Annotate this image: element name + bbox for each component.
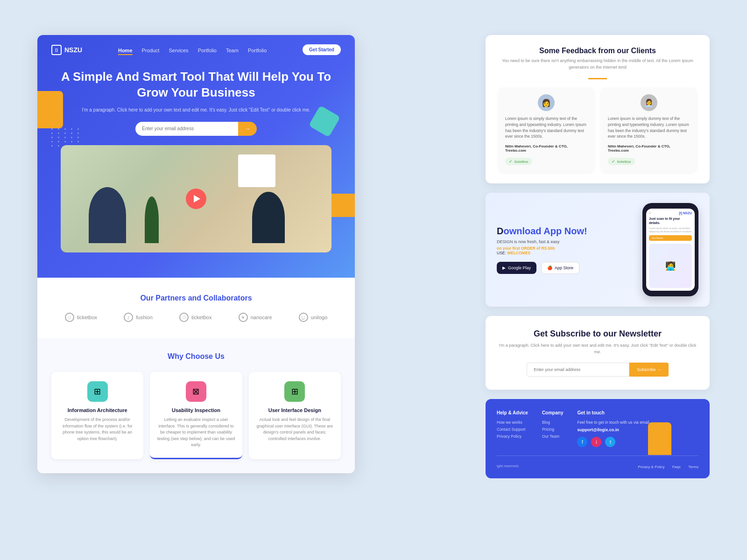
ticketbox-label-1: ticketbox <box>77 315 97 320</box>
phone-headline: Just scan to fit your details. <box>649 217 692 225</box>
footer-link-blog[interactable]: Blog <box>542 420 564 425</box>
feedback-underline <box>588 78 607 79</box>
why-title: Why Choose Us <box>51 352 341 361</box>
faqs-link[interactable]: Faqs <box>672 465 681 469</box>
footer-col-contact: Get in touch Feel free to get in touch w… <box>577 410 649 447</box>
card-desc-1: Development of the process and/or inform… <box>58 417 137 442</box>
footer-link-how[interactable]: How we works <box>497 420 528 425</box>
twitter-icon[interactable]: t <box>605 437 615 447</box>
unilogo-icon: ⋃ <box>299 313 308 322</box>
check-icon-1: ✓ <box>509 159 513 164</box>
nanocare-label: nanocare <box>251 315 272 320</box>
nav-links: Home Product Services Portfolio Team Por… <box>118 46 267 54</box>
nav-item-product[interactable]: Product <box>142 46 160 54</box>
whiteboard <box>238 154 275 187</box>
ticketbox-badge-2: ✓ ticketbox <box>608 158 635 165</box>
video-container <box>61 145 331 252</box>
unilogo-label: unilogo <box>311 315 327 320</box>
left-panel: [] NSZU Home Product Services Portfolio … <box>37 35 355 473</box>
email-submit-button[interactable]: → <box>238 122 257 136</box>
play-button[interactable] <box>186 189 206 209</box>
nav-item-home[interactable]: Home <box>118 46 133 54</box>
download-title-highlight: ownload App Now! <box>503 226 587 236</box>
terms-link[interactable]: Terms <box>688 465 698 469</box>
facebook-icon[interactable]: f <box>577 437 587 447</box>
card-title-2: Usability Inspection <box>156 407 235 413</box>
partner-unilogo: ⋃ unilogo <box>299 313 327 322</box>
person-left <box>89 187 126 243</box>
testimonial-2: 👩‍💼 Lorem ipsum is simply dummy text of … <box>601 88 697 172</box>
hero-section: [] NSZU Home Product Services Portfolio … <box>37 35 355 278</box>
feedback-title: Some Feedback from our Clients <box>499 47 697 55</box>
ticketbox-icon-2: ⬡ <box>179 313 189 322</box>
nav-item-portfolio2[interactable]: Portfolio <box>248 46 267 54</box>
phone-mockup: ||| [I] NSZU Just scan to fit your detai… <box>642 203 698 296</box>
phone-illustration: 🧑‍💻 <box>649 244 692 288</box>
newsletter-input[interactable] <box>527 363 629 377</box>
partner-fushion: ƒ fushion <box>124 313 152 322</box>
nanocare-icon: ❋ <box>239 313 248 322</box>
google-play-button[interactable]: ▶ Google Play <box>497 262 536 274</box>
footer-bottom: ight reserved. Privacy & Policy Faqs Ter… <box>497 455 698 470</box>
phone-cta: Get Details <box>649 235 692 241</box>
card-ui-design: ⊞ User Interface Design Actual look and … <box>249 372 341 459</box>
hero-subtitle: I'm a paragraph. Click here to add your … <box>61 106 331 113</box>
logo-icon: [] <box>51 45 62 55</box>
footer-col-company: Company Blog Pricing Our Team <box>542 410 564 447</box>
testimonial-text-1: Lorem ipsum is simply dummy text of the … <box>505 116 587 140</box>
partner-ticketbox-2: ⬡ ticketbox <box>179 313 211 322</box>
nav-item-team[interactable]: Team <box>226 46 239 54</box>
logo: [] NSZU <box>51 45 82 55</box>
app-store-button[interactable]: 🍎 App Store <box>541 262 579 274</box>
subscribe-button[interactable]: Subscribe → <box>629 363 669 377</box>
feature-cards: ⊞ Information Architecture Development o… <box>51 372 341 459</box>
footer-col-help: Help & Advice How we works Contact Suppo… <box>497 410 528 447</box>
ticketbox-icon-1: ⬡ <box>65 313 74 322</box>
newsletter-section: Get Subscribe to our Newsletter I'm a pa… <box>486 316 710 390</box>
footer: Help & Advice How we works Contact Suppo… <box>486 399 710 478</box>
ticketbox-label-2: ticketbox <box>191 315 211 320</box>
fushion-icon: ƒ <box>124 313 133 322</box>
partners-logos: ⬡ ticketbox ƒ fushion ⬡ ticketbox ❋ nano… <box>51 313 341 322</box>
nav: [] NSZU Home Product Services Portfolio … <box>51 44 341 55</box>
hero-content: A Simple And Smart Tool That Will Help Y… <box>51 69 341 136</box>
partners-title: Our Partners and Collaborators <box>51 294 341 302</box>
card-usability: ⊠ Usability Inspection Letting an evalua… <box>150 372 242 459</box>
testimonial-name-1: Nitin Maheveri, Co-Founder & CTO, Treebo… <box>505 144 587 153</box>
testimonials: 👩 Lorem ipsum is simply dummy text of th… <box>499 88 697 172</box>
testimonial-name-2: Nitin Maheveri, Co-Founder & CTO, Treebo… <box>608 144 690 153</box>
feedback-subtitle: You need to be sure there isn't anything… <box>499 58 697 70</box>
footer-link-team[interactable]: Our Team <box>542 434 564 439</box>
why-section: Why Choose Us ⊞ Information Architecture… <box>37 338 355 473</box>
footer-orange-decoration <box>648 422 671 455</box>
person-right <box>252 192 285 243</box>
phone-text: Lorem ipsum dolor sit amet, consectetur … <box>649 227 692 233</box>
email-input[interactable] <box>135 122 238 136</box>
email-form: → <box>61 122 331 136</box>
nav-item-portfolio[interactable]: Portfolio <box>198 46 217 54</box>
nav-item-services[interactable]: Services <box>169 46 188 54</box>
phone-top-bar: ||| [I] NSZU <box>649 211 692 215</box>
download-section: Download App Now! DESIGN is now fresh, f… <box>486 193 710 307</box>
card-desc-2: Letting an evaluator inspect a user inte… <box>156 417 235 448</box>
testimonial-1: 👩 Lorem ipsum is simply dummy text of th… <box>499 88 594 172</box>
apple-icon: 🍎 <box>547 266 552 270</box>
footer-link-pricing[interactable]: Pricing <box>542 427 564 432</box>
ui-design-icon: ⊞ <box>284 381 305 402</box>
footer-col-contact-title: Get in touch <box>577 410 649 415</box>
card-title-3: User Interface Design <box>255 407 334 413</box>
phone-signal: ||| <box>649 211 651 215</box>
app-buttons: ▶ Google Play 🍎 App Store <box>497 262 633 274</box>
get-started-button[interactable]: Get Started <box>303 44 341 55</box>
footer-col-company-title: Company <box>542 410 564 415</box>
avatar-1: 👩 <box>538 94 555 111</box>
phone-logo: [I] NSZU <box>679 211 692 215</box>
feedback-section: Some Feedback from our Clients You need … <box>486 35 710 183</box>
instagram-icon[interactable]: i <box>591 437 601 447</box>
download-desc: DESIGN is now fresh, fast & easy <box>497 239 633 244</box>
card-title-1: Information Architecture <box>58 407 137 413</box>
footer-copyright: ight reserved. <box>497 464 519 468</box>
footer-link-support[interactable]: Contact Support <box>497 427 528 432</box>
footer-link-privacy[interactable]: Privacy Policy <box>497 434 528 439</box>
privacy-policy-link[interactable]: Privacy & Policy <box>638 465 664 469</box>
